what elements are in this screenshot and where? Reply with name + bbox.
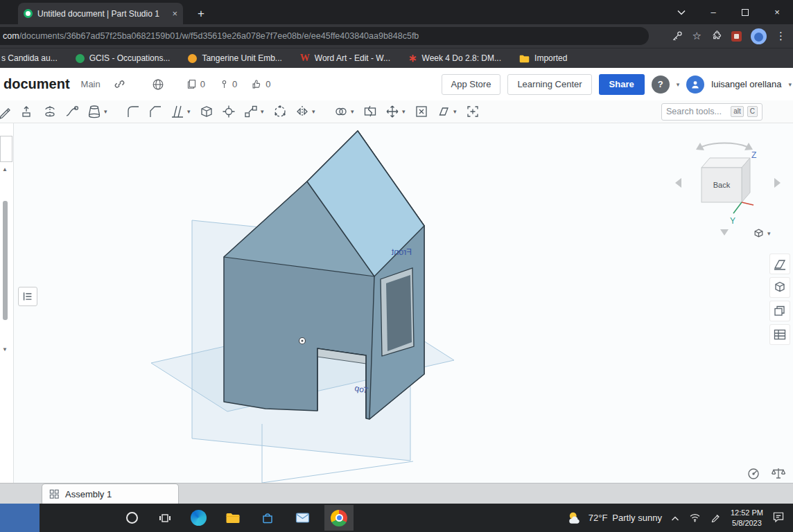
browser-tab[interactable]: Untitled document | Part Studio 1 × xyxy=(18,3,183,24)
revolve-tool-icon[interactable] xyxy=(40,103,59,121)
tab-close-icon[interactable]: × xyxy=(172,9,177,18)
mirror-flyout-caret-icon[interactable]: ▾ xyxy=(312,108,318,115)
rotate-arc-icon[interactable] xyxy=(702,143,747,147)
weather-widget[interactable]: 72°F Partly sunny xyxy=(567,511,662,526)
window-interior-face[interactable] xyxy=(386,275,412,351)
linear-pattern-tool-icon[interactable] xyxy=(241,103,260,121)
scroll-down-arrow-icon[interactable]: ▼ xyxy=(2,346,8,353)
tab-search-chevron-icon[interactable] xyxy=(665,0,697,24)
rotate-east-arrow-icon[interactable] xyxy=(774,178,781,188)
element-tab-assembly[interactable]: Assembly 1 xyxy=(42,484,179,504)
tray-chevron-icon[interactable] xyxy=(671,512,679,524)
boolean-flyout-caret-icon[interactable]: ▾ xyxy=(351,108,357,115)
file-explorer-icon[interactable] xyxy=(223,504,243,532)
feature-list-toggle-button[interactable] xyxy=(18,287,37,306)
user-menu-caret-icon[interactable]: ▾ xyxy=(788,81,792,88)
followers-stat[interactable]: 0 xyxy=(219,78,237,90)
draft-tool-icon[interactable] xyxy=(168,103,186,121)
chamfer-tool-icon[interactable] xyxy=(146,103,164,121)
view-cube-face-label[interactable]: Back xyxy=(713,181,731,189)
user-avatar[interactable] xyxy=(686,76,704,94)
pen-icon[interactable] xyxy=(711,511,722,525)
share-button[interactable]: Share xyxy=(599,74,645,95)
sketch-tool-icon[interactable] xyxy=(0,103,15,121)
mail-app-icon[interactable] xyxy=(292,504,313,532)
chrome-logo-icon xyxy=(331,510,347,526)
browser-menu-kebab-icon[interactable]: ⋮ xyxy=(776,30,786,42)
bom-table-panel-button[interactable] xyxy=(769,324,790,345)
shell-tool-icon[interactable] xyxy=(197,103,216,121)
pin-icon xyxy=(219,78,229,90)
taskbar-search-tile[interactable] xyxy=(0,504,40,532)
graphics-viewport[interactable]: Front Top ▲ ▼ Back xyxy=(0,123,793,483)
link-icon[interactable] xyxy=(113,78,126,91)
boolean-tool-icon[interactable] xyxy=(331,103,350,121)
search-tools-input[interactable]: Search tools... alt C xyxy=(661,103,762,121)
edge-browser-icon[interactable] xyxy=(188,504,209,532)
app-store-button[interactable]: App Store xyxy=(442,74,501,95)
bookmark-item[interactable]: Tangerine Unit Emb... xyxy=(188,53,281,63)
bookmark-item[interactable]: W Word Art - Edit - W... xyxy=(300,53,390,64)
wifi-icon[interactable] xyxy=(688,511,702,525)
loft-tool-icon[interactable] xyxy=(85,103,103,121)
rotate-west-arrow-icon[interactable] xyxy=(675,178,681,188)
chrome-taskbar-button[interactable] xyxy=(324,505,354,531)
delete-face-tool-icon[interactable] xyxy=(412,103,430,121)
draft-flyout-caret-icon[interactable]: ▾ xyxy=(187,108,193,115)
hole-tool-icon[interactable] xyxy=(219,103,238,121)
mirror-tool-icon[interactable] xyxy=(293,103,311,121)
learning-center-button[interactable]: Learning Center xyxy=(507,74,591,95)
extensions-puzzle-icon[interactable] xyxy=(711,30,722,42)
window-minimize-button[interactable]: – xyxy=(697,0,729,24)
bookmark-item[interactable]: s Candida au... xyxy=(1,53,58,63)
document-title[interactable]: document xyxy=(3,76,70,92)
microsoft-store-icon[interactable] xyxy=(257,504,278,532)
window-close-button[interactable]: × xyxy=(761,0,793,24)
password-key-icon[interactable] xyxy=(670,30,683,43)
display-states-panel-button[interactable] xyxy=(769,301,790,321)
fillet-tool-icon[interactable] xyxy=(123,103,142,121)
public-globe-icon[interactable] xyxy=(151,78,165,91)
plane-tool-icon[interactable] xyxy=(434,103,453,121)
window-maximize-button[interactable] xyxy=(729,0,761,24)
transform-tool-icon[interactable] xyxy=(383,103,401,121)
transform-flyout-caret-icon[interactable]: ▾ xyxy=(402,108,408,115)
plane-flyout-caret-icon[interactable]: ▾ xyxy=(453,108,460,115)
scroll-up-arrow-icon[interactable]: ▲ xyxy=(2,166,8,172)
rotate-down-arrow-icon[interactable] xyxy=(720,229,729,236)
performance-gauge-icon[interactable] xyxy=(746,466,761,481)
parts-panel-button[interactable] xyxy=(769,277,790,298)
extension-badge-icon[interactable] xyxy=(731,31,742,42)
url-bar[interactable]: com/documents/36b67ad57f25ba0682159b01/w… xyxy=(0,27,649,45)
copies-stat[interactable]: 0 xyxy=(186,78,205,90)
bookmark-item[interactable]: ∗ Week 4 Do 2.8: DM... xyxy=(408,52,501,64)
origin-marker[interactable] xyxy=(299,338,306,344)
loft-flyout-caret-icon[interactable]: ▾ xyxy=(104,108,110,115)
search-placeholder: Search tools... xyxy=(666,107,727,116)
bookmark-item[interactable]: GCIS - Occupations... xyxy=(76,53,171,63)
bookmark-item[interactable]: Imported xyxy=(519,53,567,63)
named-view-crosshair-icon[interactable] xyxy=(463,103,482,121)
extrude-tool-icon[interactable] xyxy=(18,103,37,121)
task-view-icon[interactable] xyxy=(155,504,175,532)
sweep-tool-icon[interactable] xyxy=(62,103,81,121)
sheets-icon xyxy=(773,304,787,318)
workspace-name[interactable]: Main xyxy=(81,79,101,89)
taskbar-clock[interactable]: 12:52 PM 5/8/2023 xyxy=(731,508,763,528)
circular-pattern-tool-icon[interactable] xyxy=(270,103,289,121)
cortana-circle-icon[interactable] xyxy=(121,504,142,532)
measure-scale-icon[interactable] xyxy=(771,466,786,481)
feature-panel-scrollbar[interactable] xyxy=(3,201,8,320)
help-button[interactable]: ? xyxy=(652,76,670,94)
split-tool-icon[interactable] xyxy=(360,103,379,121)
browser-profile-avatar[interactable] xyxy=(751,28,767,44)
new-tab-button[interactable]: + xyxy=(193,6,209,22)
action-center-icon[interactable] xyxy=(772,511,785,526)
pattern-flyout-caret-icon[interactable]: ▾ xyxy=(261,108,267,115)
view-options-button[interactable]: ▾ xyxy=(753,224,783,242)
kbd-c: C xyxy=(747,106,758,117)
likes-stat[interactable]: 0 xyxy=(251,78,270,90)
help-caret-icon[interactable]: ▾ xyxy=(677,81,680,88)
bookmark-star-icon[interactable]: ☆ xyxy=(692,30,702,42)
configurations-panel-button[interactable] xyxy=(769,254,790,274)
